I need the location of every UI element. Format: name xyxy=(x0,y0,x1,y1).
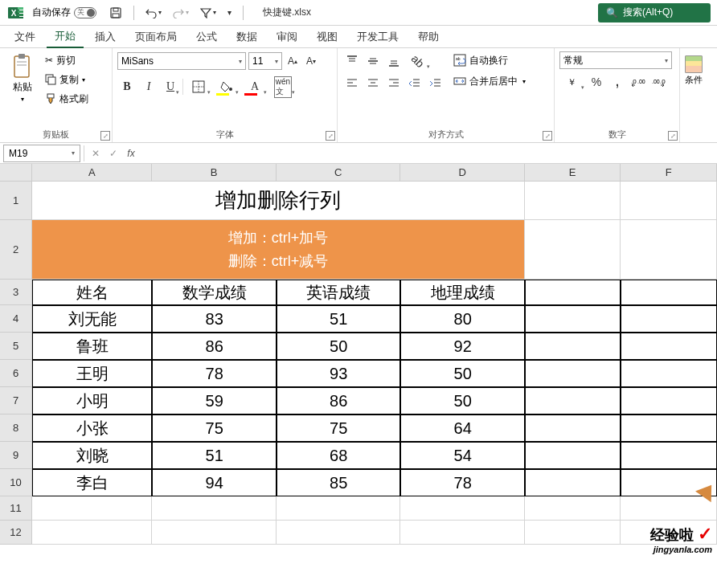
customize-qat-button[interactable]: ▾ xyxy=(224,6,235,18)
cell[interactable] xyxy=(525,220,621,280)
save-button[interactable] xyxy=(106,5,125,21)
row-header[interactable]: 1 xyxy=(0,182,31,220)
cell[interactable] xyxy=(400,496,524,521)
wrap-text-button[interactable]: ab自动换行 xyxy=(450,51,529,69)
dialog-launcher-icon[interactable]: ⤢ xyxy=(668,131,678,141)
tip-cell[interactable]: 增加：ctrl+加号删除：ctrl+减号 xyxy=(32,220,525,280)
row-header[interactable]: 9 xyxy=(0,442,31,469)
cell[interactable] xyxy=(621,305,717,333)
cell[interactable] xyxy=(152,496,276,521)
tab-page-layout[interactable]: 页面布局 xyxy=(127,27,185,47)
cell[interactable] xyxy=(621,280,717,305)
format-painter-button[interactable]: 格式刷 xyxy=(43,90,90,108)
italic-button[interactable]: I xyxy=(139,77,158,96)
conditional-format-button[interactable]: 条件 xyxy=(682,51,706,139)
row-header[interactable]: 6 xyxy=(0,360,31,387)
column-header[interactable]: C xyxy=(277,164,400,181)
merge-center-button[interactable]: 合并后居中▾ xyxy=(450,72,529,90)
spreadsheet-grid[interactable]: ABCDEF 123456789101112 增加删除行列增加：ctrl+加号删… xyxy=(0,164,717,586)
redo-button[interactable]: ▾ xyxy=(170,6,192,20)
row-header[interactable]: 12 xyxy=(0,521,31,545)
cell[interactable]: 刘无能 xyxy=(32,305,152,333)
name-box[interactable]: M19▾ xyxy=(3,145,80,162)
dialog-launcher-icon[interactable]: ⤢ xyxy=(100,131,110,141)
cell[interactable]: 51 xyxy=(277,305,400,333)
cell[interactable]: 75 xyxy=(152,414,276,442)
cell[interactable]: 50 xyxy=(277,333,400,360)
cell[interactable]: 75 xyxy=(277,414,400,442)
cell[interactable] xyxy=(621,333,717,360)
underline-button[interactable]: U▾ xyxy=(161,77,180,96)
row-header[interactable]: 11 xyxy=(0,496,31,521)
column-header[interactable]: A xyxy=(32,164,152,181)
cell[interactable] xyxy=(152,521,276,545)
cell[interactable]: 59 xyxy=(152,387,276,414)
select-all-corner[interactable] xyxy=(0,164,32,182)
phonetic-button[interactable]: wén文▾ xyxy=(270,77,296,96)
cell[interactable]: 86 xyxy=(277,387,400,414)
cell[interactable]: 51 xyxy=(152,442,276,469)
cell[interactable]: 68 xyxy=(277,442,400,469)
increase-indent-button[interactable] xyxy=(426,74,445,93)
autosave-toggle[interactable]: 自动保存 关 xyxy=(32,6,96,19)
tab-help[interactable]: 帮助 xyxy=(410,27,447,47)
cell[interactable] xyxy=(400,521,524,545)
tab-developer[interactable]: 开发工具 xyxy=(349,27,407,47)
borders-button[interactable]: ▾ xyxy=(186,77,211,96)
cell[interactable] xyxy=(621,360,717,387)
tab-review[interactable]: 审阅 xyxy=(268,27,305,47)
cell[interactable]: 50 xyxy=(400,360,524,387)
cell[interactable]: 78 xyxy=(400,469,524,496)
cancel-formula-button[interactable]: ✕ xyxy=(88,145,104,161)
column-header[interactable]: F xyxy=(621,164,717,181)
accounting-format-button[interactable]: ￥▾ xyxy=(559,72,585,92)
cell[interactable]: 小明 xyxy=(32,387,152,414)
number-format-combo[interactable]: 常规▾ xyxy=(559,51,672,69)
cell[interactable] xyxy=(525,305,621,333)
dialog-launcher-icon[interactable]: ⤢ xyxy=(326,131,335,141)
cell[interactable] xyxy=(277,496,400,521)
font-color-button[interactable]: A▾ xyxy=(242,77,268,96)
insert-function-button[interactable]: fx xyxy=(123,145,139,161)
cell[interactable]: 姓名 xyxy=(32,280,152,305)
cell[interactable] xyxy=(525,442,621,469)
align-top-button[interactable] xyxy=(342,51,362,71)
cell[interactable] xyxy=(621,442,717,469)
cell[interactable] xyxy=(525,469,621,496)
accept-formula-button[interactable]: ✓ xyxy=(105,145,121,161)
tab-file[interactable]: 文件 xyxy=(6,27,43,47)
row-header[interactable]: 5 xyxy=(0,333,31,360)
orientation-button[interactable]: ab▾ xyxy=(405,51,431,71)
align-left-button[interactable] xyxy=(342,74,362,93)
cell[interactable]: 85 xyxy=(277,469,400,496)
search-box[interactable]: 🔍 搜索(Alt+Q) xyxy=(598,3,711,22)
row-header[interactable]: 7 xyxy=(0,387,31,414)
cell[interactable]: 83 xyxy=(152,305,276,333)
copy-button[interactable]: 复制▾ xyxy=(43,71,90,88)
paste-button[interactable]: 粘贴 ▾ xyxy=(5,51,40,123)
cell[interactable] xyxy=(621,182,717,220)
tab-view[interactable]: 视图 xyxy=(309,27,346,47)
column-header[interactable]: D xyxy=(400,164,524,181)
column-header[interactable]: E xyxy=(525,164,621,181)
cell[interactable] xyxy=(621,496,717,521)
cell[interactable]: 94 xyxy=(152,469,276,496)
cell[interactable] xyxy=(525,360,621,387)
tab-formulas[interactable]: 公式 xyxy=(188,27,225,47)
cell[interactable] xyxy=(621,414,717,442)
tab-insert[interactable]: 插入 xyxy=(87,27,124,47)
cell[interactable]: 增加删除行列 xyxy=(32,182,525,220)
cell[interactable]: 英语成绩 xyxy=(277,280,400,305)
cell[interactable]: 刘晓 xyxy=(32,442,152,469)
fill-color-button[interactable]: ▾ xyxy=(214,77,240,96)
cell[interactable]: 地理成绩 xyxy=(400,280,524,305)
align-bottom-button[interactable] xyxy=(384,51,404,71)
formula-input[interactable] xyxy=(142,145,717,162)
increase-decimal-button[interactable]: .0.00 xyxy=(629,72,648,92)
comma-button[interactable]: , xyxy=(608,72,627,92)
cell[interactable]: 50 xyxy=(400,387,524,414)
tab-home[interactable]: 开始 xyxy=(47,26,84,48)
cell[interactable]: 数学成绩 xyxy=(152,280,276,305)
font-size-combo[interactable]: 11▾ xyxy=(248,52,282,70)
cell[interactable]: 92 xyxy=(400,333,524,360)
